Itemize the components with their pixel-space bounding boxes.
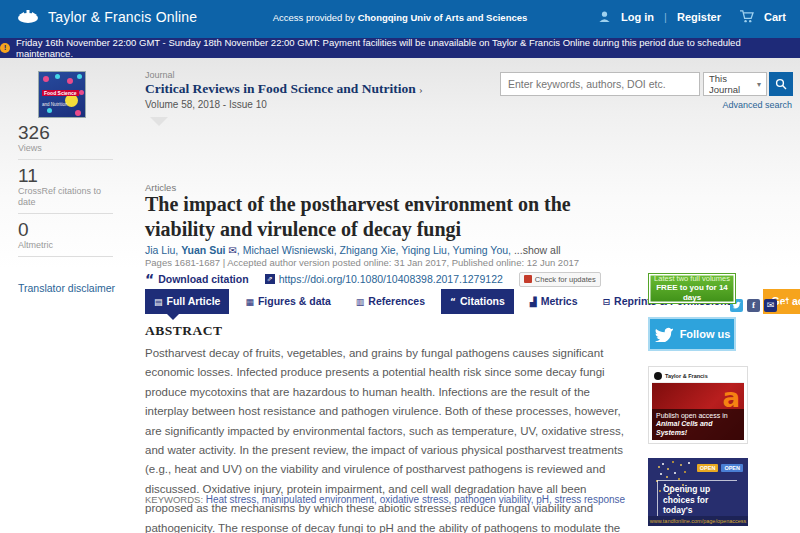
tab-full-article[interactable]: ▤Full Article <box>145 289 229 314</box>
article-title: The impact of the postharvest environmen… <box>145 192 615 242</box>
translator-disclaimer-link[interactable]: Translator disclaimer <box>18 282 115 294</box>
page-body: Food Science and Nutrition Journal Criti… <box>0 58 800 533</box>
views-label: Views <box>18 143 113 160</box>
keywords-row: KEYWORDS: Heat stress, manipulated envir… <box>145 494 625 505</box>
crossref-label: CrossRef citations to date <box>18 186 113 214</box>
access-org: Chongqing Univ of Arts and Sciences <box>358 12 528 23</box>
check-for-updates-button[interactable]: Check for updates <box>519 272 601 287</box>
corresponding-author: Yuan Sui <box>181 244 225 256</box>
citations-quote-icon: “ <box>450 297 456 307</box>
twitter-follow-ad[interactable]: Follow us <box>648 317 736 351</box>
tab-figures-data[interactable]: ▦Figures & data <box>236 289 339 314</box>
confetti-decoration <box>658 466 660 468</box>
journal-title-link[interactable]: Critical Reviews in Food Science and Nut… <box>145 81 423 97</box>
document-icon: ▤ <box>154 297 163 307</box>
figures-icon: ▦ <box>245 297 254 307</box>
register-link[interactable]: Register <box>677 11 721 23</box>
printer-icon: ⊟ <box>603 297 611 307</box>
keywords-label: KEYWORDS: <box>145 494 206 505</box>
ad-url: www.tandfonline.com/page/openaccess <box>648 516 748 526</box>
author-list[interactable]: Jia Liu, Yuan Sui ✉, Michael Wisniewski,… <box>145 244 561 256</box>
cart-icon <box>739 10 754 23</box>
tab-references[interactable]: ▥References <box>347 289 434 314</box>
tab-citations[interactable]: “Citations <box>441 289 514 314</box>
download-citation-link[interactable]: “ Download citation <box>145 273 249 285</box>
cover-title: Food Science <box>42 90 79 96</box>
open-access-journal-ad[interactable]: Taylor & Francis a Publish open access i… <box>648 366 748 444</box>
search-scope-select[interactable]: This Journal ▾ <box>703 72 767 96</box>
maintenance-text: Friday 16th November 22:00 GMT - Sunday … <box>16 37 800 59</box>
search-input[interactable] <box>500 72 700 96</box>
pages-publication-line: Pages 1681-1687 | Accepted author versio… <box>145 257 579 268</box>
open-access-choices-ad[interactable]: OPEN OPEN Opening up choices for today's… <box>648 458 748 526</box>
journal-band-notch <box>150 117 168 126</box>
external-link-icon: ⇗ <box>265 274 275 284</box>
metrics-chart-icon: ▟ <box>530 297 537 307</box>
top-header-bar: Taylor & Francis Online Access provided … <box>0 0 800 38</box>
keyword-links[interactable]: Heat stress, manipulated environment, ox… <box>206 494 625 505</box>
warning-icon: ! <box>0 43 10 53</box>
user-icon <box>598 10 611 23</box>
show-all-authors-link[interactable]: ...show all <box>514 244 561 256</box>
maintenance-banner: ! Friday 16th November 22:00 GMT - Sunda… <box>0 38 800 58</box>
quote-icon: “ <box>145 274 154 284</box>
chevron-down-icon: ▾ <box>757 80 761 89</box>
views-count: 326 <box>18 122 118 143</box>
advanced-search-link[interactable]: Advanced search <box>722 100 792 110</box>
search-icon <box>775 78 787 90</box>
tab-metrics[interactable]: ▟Metrics <box>521 289 587 314</box>
search-button[interactable] <box>769 72 793 96</box>
open-badge-blue: OPEN <box>721 464 743 472</box>
share-more-icon[interactable]: + <box>781 295 791 315</box>
email-share-icon[interactable]: ✉ <box>764 299 777 312</box>
altmetric-label: Altmetric <box>18 240 113 257</box>
share-icons: f ✉ + <box>730 295 791 315</box>
cover-subtitle: and Nutrition <box>42 102 68 107</box>
journal-label: Journal <box>145 70 175 80</box>
tandf-mini-logo-icon <box>654 372 662 380</box>
free-trial-ad[interactable]: Latest two full volumes FREE to you for … <box>648 273 736 304</box>
login-link[interactable]: Log in <box>621 11 654 23</box>
references-icon: ▥ <box>356 297 365 307</box>
abstract-heading: ABSTRACT <box>145 323 223 339</box>
journal-cover-thumbnail[interactable]: Food Science and Nutrition <box>38 71 86 118</box>
twitter-bird-icon <box>654 326 674 342</box>
chevron-right-icon: › <box>419 83 423 95</box>
doi-link[interactable]: ⇗ https://doi.org/10.1080/10408398.2017.… <box>265 273 503 285</box>
crossmark-icon <box>524 275 532 283</box>
header-divider: | <box>664 11 667 23</box>
cart-link[interactable]: Cart <box>764 11 786 23</box>
open-badge-gold: OPEN <box>697 464 719 472</box>
envelope-icon[interactable]: ✉ <box>228 245 236 256</box>
journal-issue[interactable]: Volume 58, 2018 - Issue 10 <box>145 99 267 110</box>
facebook-share-icon[interactable]: f <box>747 299 760 312</box>
crossref-count: 11 <box>18 165 118 186</box>
altmetric-count: 0 <box>18 219 118 240</box>
article-metrics-panel: 326 Views 11 CrossRef citations to date … <box>18 122 118 262</box>
